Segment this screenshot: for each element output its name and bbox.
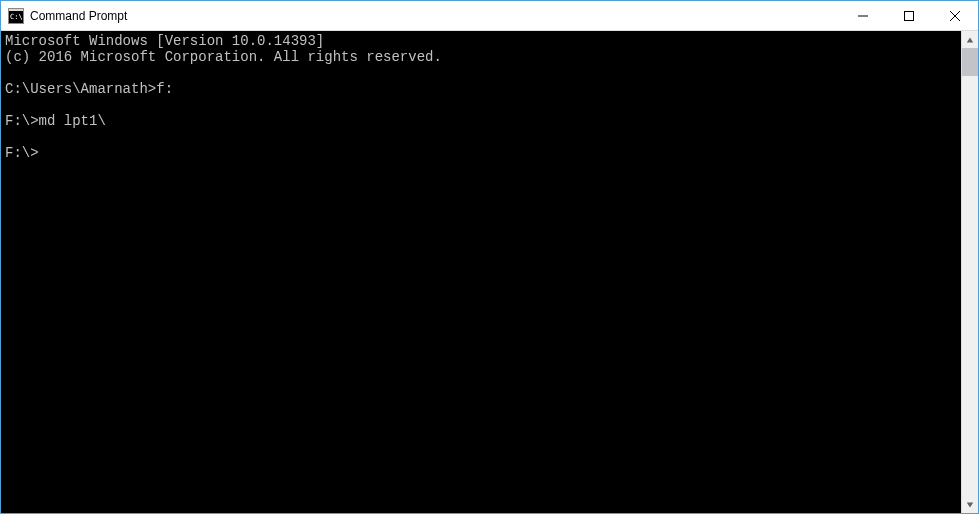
scroll-thumb[interactable]: [962, 48, 978, 76]
titlebar-left: C:\ Command Prompt: [1, 8, 840, 24]
scroll-down-button[interactable]: [962, 496, 978, 513]
scroll-up-button[interactable]: [962, 31, 978, 48]
scroll-track[interactable]: [962, 48, 978, 496]
close-button[interactable]: [932, 1, 978, 30]
minimize-button[interactable]: [840, 1, 886, 30]
titlebar[interactable]: C:\ Command Prompt: [1, 1, 978, 31]
svg-text:C:\: C:\: [10, 13, 23, 21]
terminal-output[interactable]: Microsoft Windows [Version 10.0.14393] (…: [1, 31, 961, 513]
maximize-button[interactable]: [886, 1, 932, 30]
command-prompt-window: C:\ Command Prompt Microsoft Windows [Ve…: [0, 0, 979, 514]
vertical-scrollbar[interactable]: [961, 31, 978, 513]
window-controls: [840, 1, 978, 30]
window-title: Command Prompt: [30, 9, 127, 23]
command-prompt-icon: C:\: [8, 8, 24, 24]
content-area: Microsoft Windows [Version 10.0.14393] (…: [1, 31, 978, 513]
svg-rect-4: [905, 11, 914, 20]
